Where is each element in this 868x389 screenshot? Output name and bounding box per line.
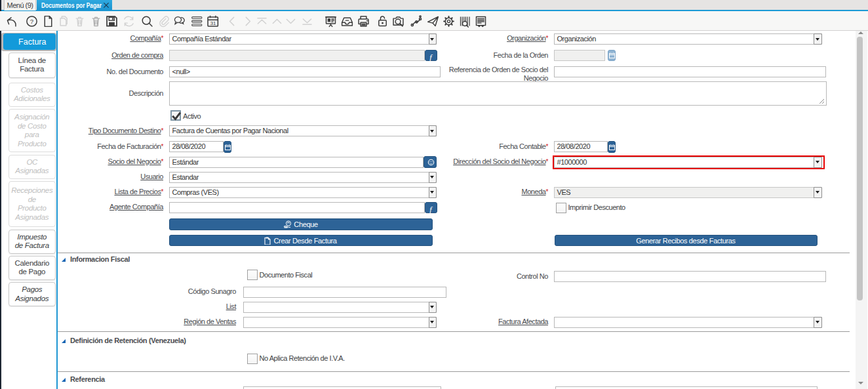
svg-text:?: ? — [30, 18, 33, 25]
svg-text:31: 31 — [210, 20, 216, 26]
